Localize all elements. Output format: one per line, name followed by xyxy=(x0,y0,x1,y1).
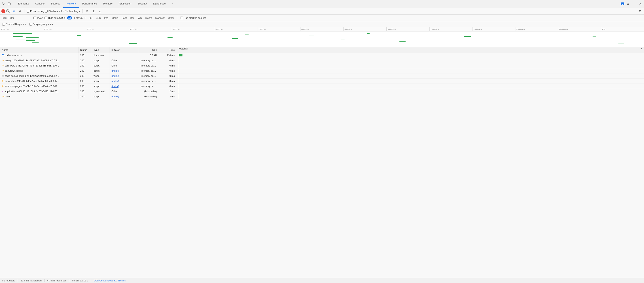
filter-chip-fetch/xhr[interactable]: Fetch/XHR xyxy=(73,16,88,20)
tab-performance[interactable]: Performance xyxy=(79,0,100,8)
tab-sources[interactable]: Sources xyxy=(48,0,63,8)
col-header-name[interactable]: Name xyxy=(0,47,78,53)
separator xyxy=(24,9,25,14)
third-party-checkbox[interactable] xyxy=(29,23,32,26)
blocked-requests-checkbox[interactable] xyxy=(2,23,5,26)
status-sep4 xyxy=(91,279,91,282)
table-row[interactable]: ⚙sprockets-338170875743cf71342ffc38fbb83… xyxy=(0,63,644,68)
initiator-link[interactable]: (index) xyxy=(112,69,119,72)
row-type: document xyxy=(92,53,110,58)
preserve-log-label[interactable]: Preserve log xyxy=(26,10,44,13)
filter-icon[interactable] xyxy=(11,9,16,14)
timeline-canvas[interactable] xyxy=(0,32,644,47)
col-header-size[interactable]: Size xyxy=(139,47,159,53)
cursor-icon[interactable] xyxy=(1,1,6,7)
row-initiator: (index) xyxy=(110,84,139,89)
table-row[interactable]: ⚙welcome-page-c81a3bf10c0a5ecad544ec7c6d… xyxy=(0,84,644,89)
status-sep2 xyxy=(44,279,44,282)
finish-time: Finish: 12.19 s xyxy=(72,279,88,282)
throttle-select[interactable]: No throttling xyxy=(65,10,81,13)
row-type: script xyxy=(92,63,110,68)
tab-lighthouse[interactable]: Lighthouse xyxy=(150,0,169,8)
hide-data-urls-label[interactable]: Hide data URLs xyxy=(44,17,66,19)
settings-icon[interactable]: ⚙ xyxy=(625,1,630,7)
col-header-type[interactable]: Type xyxy=(92,47,110,53)
col-header-status[interactable]: Status xyxy=(78,47,92,53)
filter-chip-other[interactable]: Other xyxy=(166,16,176,20)
timeline-tick: 14000 ms xyxy=(558,27,601,31)
row-waterfall xyxy=(177,63,644,68)
wifi-icon[interactable] xyxy=(84,9,90,14)
row-icon-css: ✏ xyxy=(2,90,4,93)
clear-button[interactable] xyxy=(6,9,10,13)
tab-network[interactable]: Network xyxy=(63,0,79,8)
filter-chip-manifest[interactable]: Manifest xyxy=(154,16,166,20)
initiator-link[interactable]: (index) xyxy=(112,95,119,98)
disable-cache-label[interactable]: Disable cache xyxy=(45,10,64,13)
filter-chip-doc[interactable]: Doc xyxy=(128,16,136,20)
row-icon-script: ⚙ xyxy=(2,95,4,98)
tab-more[interactable]: » xyxy=(169,0,176,8)
invert-checkbox[interactable] xyxy=(33,17,36,19)
row-icon-script: ⚙ xyxy=(2,85,4,87)
disable-cache-checkbox[interactable] xyxy=(45,10,48,13)
row-status: 200 xyxy=(78,68,92,73)
row-name: sprockets-338170875743cf71342ffc38fbb831… xyxy=(5,64,59,67)
filter-chip-font[interactable]: Font xyxy=(120,16,128,20)
filter-chip-img[interactable]: Img xyxy=(103,16,110,20)
has-blocked-cookies-label[interactable]: Has blocked cookies xyxy=(180,17,206,19)
waterfall-line xyxy=(179,53,179,57)
col-header-initiator[interactable]: Initiator xyxy=(110,47,139,53)
row-size: 8.6 kB xyxy=(139,53,159,58)
tab-application[interactable]: Application xyxy=(116,0,134,8)
row-type: script xyxy=(92,58,110,63)
timeline-tick: 3000 ms xyxy=(86,27,129,31)
hide-data-urls-checkbox[interactable] xyxy=(44,17,47,19)
table-row[interactable]: ▭code-basics-coding-en-b7e2fac59bd90e3ad… xyxy=(0,73,644,78)
tab-security[interactable]: Security xyxy=(134,0,150,8)
filter-chip-wasm[interactable]: Wasm xyxy=(144,16,154,20)
device-icon[interactable] xyxy=(7,1,12,7)
upload-icon[interactable] xyxy=(91,9,96,14)
table-row[interactable]: ⚙client200script(index)(disk cache)2 ms xyxy=(0,94,644,99)
row-waterfall xyxy=(177,78,644,84)
devtools-icons xyxy=(1,1,14,7)
col-header-waterfall[interactable]: Waterfall xyxy=(177,47,644,50)
initiator-link[interactable]: (index) xyxy=(112,75,119,77)
more-icon[interactable]: ⋮ xyxy=(632,1,637,7)
table-row[interactable]: ⚙partytown.js200200script(index)(memory … xyxy=(0,68,644,73)
row-time: 0 ms xyxy=(159,73,177,78)
invert-label[interactable]: Invert xyxy=(33,17,43,19)
has-blocked-cookies-checkbox[interactable] xyxy=(180,17,183,19)
blocked-requests-label[interactable]: Blocked Requests xyxy=(2,23,26,26)
resources-size: 4.3 MB resources xyxy=(47,279,66,282)
close-icon[interactable]: ✕ xyxy=(638,1,643,7)
search-icon[interactable] xyxy=(18,9,23,14)
filter-chip-ws[interactable]: WS xyxy=(136,16,143,20)
col-header-time[interactable]: Time xyxy=(159,47,177,53)
filter-chip-media[interactable]: Media xyxy=(110,16,120,20)
filter-chip-js[interactable]: JS xyxy=(88,16,94,20)
record-button[interactable] xyxy=(1,9,5,13)
filter-chip-all[interactable]: All xyxy=(67,16,72,20)
table-row[interactable]: ✏application-a0063811210b3b3c37e5d231fde… xyxy=(0,89,644,94)
initiator-link[interactable]: (index) xyxy=(112,85,119,88)
table-row[interactable]: ⚙application-248442fb46c72ebe5a2ab693c9f… xyxy=(0,78,644,84)
filter-input[interactable] xyxy=(8,17,28,19)
timeline: 1000 ms2000 ms3000 ms4000 ms5000 ms6000 … xyxy=(0,27,644,47)
initiator-link[interactable]: (index) xyxy=(112,80,119,82)
tab-console[interactable]: Console xyxy=(32,0,48,8)
tab-memory[interactable]: Memory xyxy=(100,0,116,8)
third-party-label[interactable]: 3rd-party requests xyxy=(29,23,53,26)
settings-gear-icon[interactable]: ⚙ xyxy=(637,9,643,14)
filter-chip-css[interactable]: CSS xyxy=(94,16,102,20)
download-icon[interactable] xyxy=(97,9,102,14)
table-row[interactable]: ☰code-basics.com200document8.6 kB414 ms xyxy=(0,53,644,58)
preserve-log-checkbox[interactable] xyxy=(26,10,29,13)
row-status: 200 xyxy=(78,73,92,78)
table-container: Name Status Type Initiator Size xyxy=(0,47,644,278)
table-row[interactable]: ⚙sentry-100ca7ba511ac5ff303a32440098ca7d… xyxy=(0,58,644,63)
tab-elements[interactable]: Elements xyxy=(15,0,32,8)
row-type: stylesheet xyxy=(92,89,110,94)
network-table: Name Status Type Initiator Size xyxy=(0,47,644,99)
